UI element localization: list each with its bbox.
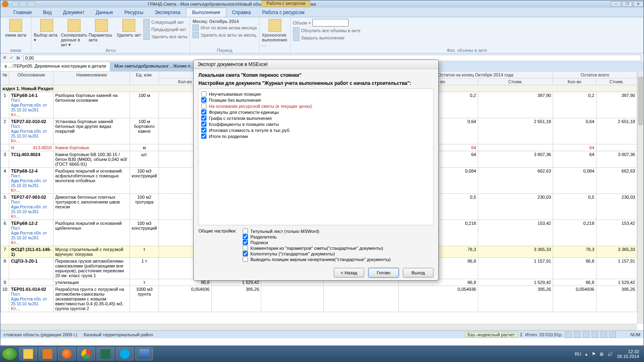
option-checkbox[interactable]: Разделитель	[243, 234, 391, 239]
prev-act-button[interactable]: Предыдущий акт	[143, 26, 187, 33]
dialog-options: Неучитываемые позицииПозиции без выполне…	[198, 88, 433, 225]
ribbon-tab[interactable]: Выполнение	[186, 8, 226, 17]
ribbon-tab[interactable]: Вид	[37, 8, 58, 17]
close-exec-icon	[293, 35, 299, 41]
horizontal-scrollbar[interactable]	[0, 324, 637, 330]
checkbox[interactable]	[201, 91, 206, 97]
mode-button[interactable]: ежим акта	[3, 18, 29, 37]
ribbon-tab[interactable]: Работа с ресурсом	[256, 8, 310, 17]
tray-network-icon[interactable]: ⊞	[600, 352, 603, 357]
exit-button[interactable]: Выход	[403, 268, 433, 278]
copy-data-button[interactable]: Скопировать данные в акт ▾	[61, 18, 87, 47]
doc-tab-1[interactable]: а …\ТЕРрп05. Деревянные конструкции и де…	[0, 62, 110, 71]
taskbar: RU ▴ ⚑ ⊞ 🔊 12:3228.10.2014	[0, 346, 644, 362]
minimize-button[interactable]: —	[611, 1, 621, 7]
volume-field[interactable]: Объем =	[293, 19, 361, 27]
checkbox[interactable]	[201, 97, 206, 103]
clock[interactable]: 12:3228.10.2014	[617, 349, 639, 359]
tray-flag-icon[interactable]: ⚑	[592, 352, 596, 357]
back-button[interactable]: < Назад	[334, 268, 364, 278]
taskbar-mediaplayer[interactable]	[39, 348, 56, 360]
select-act-button[interactable]: Выбор акта ▾	[34, 18, 60, 43]
checkbox[interactable]	[201, 109, 206, 115]
checkbox[interactable]	[201, 128, 206, 133]
context-tab[interactable]: Работа с ресурсом	[261, 0, 310, 7]
option-checkbox[interactable]: Коэффициенты в позициях сметы	[201, 121, 431, 127]
lang-indicator[interactable]: RU	[575, 352, 581, 356]
checkbox[interactable]	[243, 234, 248, 239]
option-checkbox[interactable]: Графа с остатком выполнения	[201, 115, 431, 121]
tray-arrow-icon[interactable]: ▴	[585, 352, 588, 357]
option-checkbox[interactable]: Неучитываемые позиции	[201, 91, 431, 97]
option-checkbox[interactable]: Итоги по разделам	[201, 134, 431, 139]
scroll-thumb[interactable]	[638, 77, 643, 125]
month-selector[interactable]: Месяц: Октябрь 2014	[192, 19, 256, 24]
doc-tab-2[interactable]: Мои сметы\добровольског…\Копия п…	[110, 62, 199, 71]
chronology-button[interactable]: Хронология выполнения …	[262, 18, 288, 47]
view-icon[interactable]	[592, 331, 598, 338]
option-checkbox[interactable]: Позиции без выполнения	[201, 97, 431, 103]
delete-month-icon	[192, 32, 199, 38]
taskbar-explorer[interactable]	[19, 348, 37, 360]
checkbox[interactable]	[201, 103, 206, 109]
ribbon-tab[interactable]: Главная	[8, 8, 37, 17]
calc-mode[interactable]: Баз.-индексный расчет	[465, 332, 518, 337]
view-icon[interactable]	[574, 331, 580, 338]
qat-redo-icon[interactable]	[28, 1, 35, 7]
ribbon-tab[interactable]: Справка	[226, 8, 256, 17]
checkbox[interactable]	[201, 134, 206, 139]
ribbon-tab[interactable]: Экспертиза	[149, 8, 186, 17]
checkbox[interactable]	[243, 257, 248, 262]
volume-input[interactable]	[312, 19, 349, 27]
taskbar-chrome[interactable]	[77, 348, 95, 360]
vertical-scrollbar[interactable]	[637, 71, 644, 324]
month-total-button[interactable]: Итог по всем актам месяца	[192, 25, 256, 31]
ribbon-tab[interactable]: Документ	[57, 8, 90, 17]
ribbon-tabs: ГлавнаяВидДокументДанныеРесурсыЭкспертиз…	[0, 8, 644, 17]
checkbox[interactable]	[243, 251, 248, 256]
checkbox[interactable]	[243, 245, 248, 251]
params-icon	[95, 19, 108, 32]
table-row[interactable]: 10ТЕР01-01-014-02Пост. Адм.Ростов.обл. о…	[1, 286, 637, 312]
taskbar-excel[interactable]	[97, 348, 114, 360]
option-checkbox[interactable]: Итоговая стоимость в титуле в тыс.руб.	[201, 128, 431, 133]
firefox-icon	[62, 349, 72, 359]
qat-save-icon[interactable]	[12, 1, 19, 7]
finish-button[interactable]: Готово	[368, 268, 399, 278]
zero-volumes-button[interactable]: Обнулить все объемы в акте	[293, 27, 361, 34]
option-checkbox[interactable]: Подписи	[243, 240, 391, 245]
qat-undo-icon[interactable]	[20, 1, 27, 7]
checkbox[interactable]	[201, 121, 206, 127]
option-checkbox[interactable]: Титульный лист (только MSWord)	[243, 228, 391, 234]
option-checkbox[interactable]: На основании ресурсной сметы (в текущих …	[201, 103, 431, 109]
close-execution-button[interactable]: Закрыть выполнение	[293, 35, 361, 41]
ribbon-tab[interactable]: Данные	[90, 8, 119, 17]
view-icon[interactable]	[609, 331, 616, 338]
view-icon[interactable]	[583, 331, 589, 338]
close-button[interactable]: ✕	[633, 1, 644, 7]
start-button[interactable]	[2, 348, 18, 360]
ribbon-tab[interactable]: Ресурсы	[119, 8, 149, 17]
checkbox[interactable]	[243, 228, 248, 234]
maximize-button[interactable]: ❐	[622, 1, 632, 7]
option-checkbox[interactable]: Выводить позиции жирным начертанием("ста…	[243, 257, 391, 262]
taskbar-skype[interactable]	[116, 348, 134, 360]
taskbar-firefox[interactable]	[58, 348, 76, 360]
taskbar-app[interactable]	[135, 348, 153, 360]
delete-act-button[interactable]: Удалить акт	[116, 18, 142, 37]
act-params-button[interactable]: Параметры акта	[89, 18, 114, 42]
next-act-button[interactable]: Следующий акт	[143, 19, 187, 25]
delete-all-acts-button[interactable]: Удалить все акты	[143, 33, 187, 40]
delete-icon	[122, 19, 135, 32]
option-checkbox[interactable]: Формулы для стоимости единицы	[201, 109, 431, 115]
delete-month-acts-button[interactable]: Удалить все акты за месяц	[192, 32, 256, 38]
view-icon[interactable]	[601, 331, 607, 338]
option-checkbox[interactable]: Колонтитулы ("стандартные" документы)	[243, 251, 391, 256]
accept-icon[interactable]: ✓	[10, 55, 13, 60]
view-icon[interactable]	[565, 331, 572, 338]
option-checkbox[interactable]: Комментарии из "параметров" сметы("станд…	[243, 245, 391, 251]
checkbox[interactable]	[243, 240, 248, 245]
tray-volume-icon[interactable]: 🔊	[607, 352, 613, 357]
cancel-icon[interactable]: ✕	[3, 55, 6, 60]
checkbox[interactable]	[201, 115, 206, 121]
